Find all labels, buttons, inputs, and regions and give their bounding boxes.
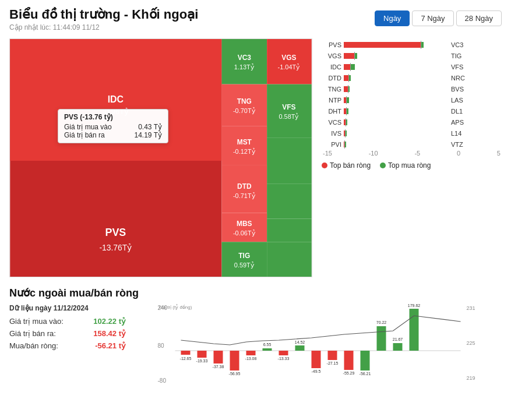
bar-legend: PVS VC3 VGS TIG IDC	[322, 41, 502, 149]
line-chart-svg: 240 80 -80 Giá trị (tỷ đồng) 231 225 219…	[140, 304, 502, 386]
page-title: Biểu đồ thị trường - Khối ngoại	[9, 7, 198, 22]
treemap-value-mbs: -0.06Tỷ	[233, 230, 256, 237]
treemap-value-vfs: 0.58Tỷ	[279, 113, 299, 120]
bar-right-label-6: DL1	[451, 108, 471, 115]
sell-row: Giá trị bán ra: 158.42 tỷ	[9, 329, 126, 338]
bar-row-8: IVS L14	[322, 129, 502, 137]
bar-right-label-7: APS	[451, 119, 471, 126]
bar-visual-9	[344, 140, 449, 149]
bar-pos-8	[346, 130, 347, 136]
bar-1	[181, 351, 191, 355]
bar-pos-1	[355, 53, 357, 59]
treemap-value-vc3: 1.13Tỷ	[234, 63, 255, 70]
bar-left-label-2: IDC	[322, 63, 341, 70]
bar-row-labels-3: DTD NRC	[322, 74, 502, 82]
bar-row-labels-4: TNG BVS	[322, 85, 502, 93]
bar-pos-7	[346, 119, 347, 125]
treemap-label-tng: TNG	[237, 97, 252, 105]
legend-buy-label: Top mua ròng	[388, 161, 431, 170]
net-label: Mua/bán ròng:	[9, 341, 58, 350]
btn-ngay[interactable]: Ngày	[375, 10, 410, 26]
treemap-cell-green2[interactable]	[267, 184, 312, 219]
bar-right-label-1: TIG	[451, 52, 471, 59]
buy-row: Giá trị mua vào: 102.22 tỷ	[9, 317, 126, 326]
bar-row-3: DTD NRC	[322, 74, 502, 82]
bar-pos-6	[347, 108, 348, 114]
bar-visual-5	[344, 96, 449, 104]
bar-label-8: 14.52	[295, 340, 305, 344]
treemap-cell-green4[interactable]	[267, 242, 312, 277]
bar-15	[410, 309, 419, 351]
bar-label-5: -13.08	[245, 357, 257, 361]
bar-11	[344, 351, 354, 370]
bar-visual-3	[344, 74, 449, 82]
bar-visual-8	[344, 129, 449, 137]
treemap-container: IDC -0.96Tỷ PVS -13.76Tỷ VC3 1.13Tỷ VGS …	[9, 38, 312, 277]
treemap-label-vfs: VFS	[282, 103, 295, 111]
bar-row-labels-2: IDC VFS	[322, 63, 502, 71]
bar-7	[279, 351, 288, 355]
bar-right-label-9: VTZ	[451, 141, 471, 148]
bar-label-14: 21.67	[393, 337, 403, 341]
page-header: Biểu đồ thị trường - Khối ngoại Cập nhật…	[0, 0, 511, 34]
bar-row-labels-5: NTP LAS	[322, 96, 502, 104]
bar-label-11: -55.29	[343, 371, 355, 375]
bar-left-label-4: TNG	[322, 86, 341, 93]
data-panel: Dữ liệu ngày 11/12/2024 Giá trị mua vào:…	[9, 304, 126, 386]
bar-14	[393, 343, 403, 351]
treemap-label-vgs: VGS	[281, 54, 296, 62]
subtitle: Cập nhật lúc: 11:44:09 11/12	[9, 23, 198, 31]
btn-7ngay[interactable]: 7 Ngày	[412, 10, 453, 26]
bar-left-label-8: IVS	[322, 130, 341, 137]
bar-right-label-5: LAS	[451, 97, 471, 104]
treemap-svg: IDC -0.96Tỷ PVS -13.76Tỷ VC3 1.13Tỷ VGS …	[10, 39, 312, 277]
treemap-value-dtd: -0.71Tỷ	[233, 192, 256, 199]
treemap-value-mst: -0.12Tỷ	[233, 148, 256, 155]
bottom-section: Nước ngoài mua/bán ròng Dữ liệu ngày 11/…	[0, 282, 511, 390]
bar-row-9: PVI VTZ	[322, 140, 502, 149]
bar-label-12: -56.21	[360, 372, 371, 376]
treemap-value-vgs: -1.04Tỷ	[278, 63, 301, 70]
bar-visual-4	[344, 85, 449, 93]
legend-sell: Top bán ròng	[322, 161, 371, 170]
bar-5	[246, 351, 256, 355]
buy-dot	[380, 163, 386, 168]
bar-4	[230, 351, 239, 370]
bar-right-label-8: L14	[451, 130, 471, 137]
bar-row-4: TNG BVS	[322, 85, 502, 93]
bar-6	[263, 348, 272, 351]
x-axis: -15 -10 -5 0 5	[322, 150, 502, 157]
treemap-cell-green1[interactable]	[267, 137, 312, 184]
treemap-cell-green3[interactable]	[267, 218, 312, 242]
date-label: Dữ liệu ngày 11/12/2024	[9, 304, 126, 312]
bar-pos-4	[348, 86, 350, 92]
bar-right-label-4: BVS	[451, 86, 471, 93]
sell-dot	[322, 163, 327, 168]
bar-label-1: -12.65	[180, 357, 192, 361]
treemap-label-idc: IDC	[108, 94, 124, 104]
treemap-section: IDC -0.96Tỷ PVS -13.76Tỷ VC3 1.13Tỷ VGS …	[0, 34, 511, 282]
btn-28ngay[interactable]: 28 Ngày	[456, 10, 502, 26]
legend-sell-label: Top bán ròng	[330, 161, 371, 170]
bar-pos-3	[349, 75, 351, 81]
header-left: Biểu đồ thị trường - Khối ngoại Cập nhật…	[9, 7, 198, 31]
bar-3	[214, 351, 223, 363]
bar-left-label-1: VGS	[322, 52, 341, 59]
bar-left-label-3: DTD	[322, 75, 341, 82]
treemap-label-vc3: VC3	[238, 54, 252, 62]
time-filter-buttons: Ngày 7 Ngày 28 Ngày	[375, 10, 502, 26]
bar-8	[295, 345, 305, 351]
y-label-neg80: -80	[158, 377, 167, 384]
bar-row-7: VCS APS	[322, 118, 502, 126]
bar-label-10: -27.15	[327, 361, 339, 365]
bar-label-4: -56.95	[229, 372, 241, 376]
bar-2	[198, 351, 207, 358]
buy-label: Giá trị mua vào:	[9, 317, 64, 326]
bar-chart-area: PVS VC3 VGS TIG IDC	[322, 38, 502, 277]
bar-label-13: 70.22	[376, 320, 387, 324]
bar-visual-6	[344, 107, 449, 115]
bar-neg-4	[344, 86, 348, 92]
bar-row-1: VGS TIG	[322, 52, 502, 60]
bar-row-2: IDC VFS	[322, 63, 502, 71]
sell-value: 158.42 tỷ	[93, 329, 126, 338]
